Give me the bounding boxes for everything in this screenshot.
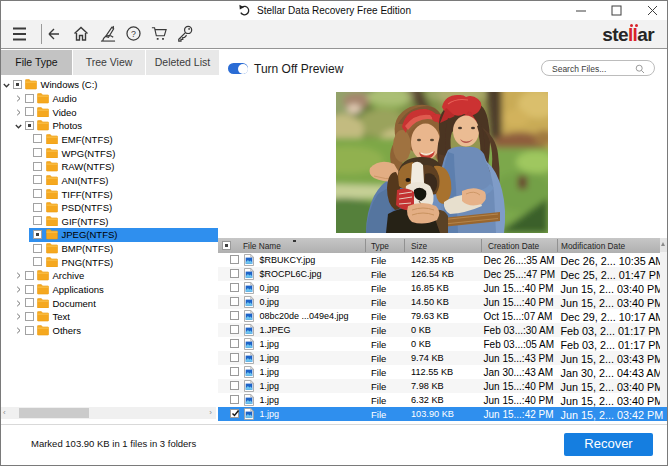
svg-text:?: ? xyxy=(131,29,136,39)
